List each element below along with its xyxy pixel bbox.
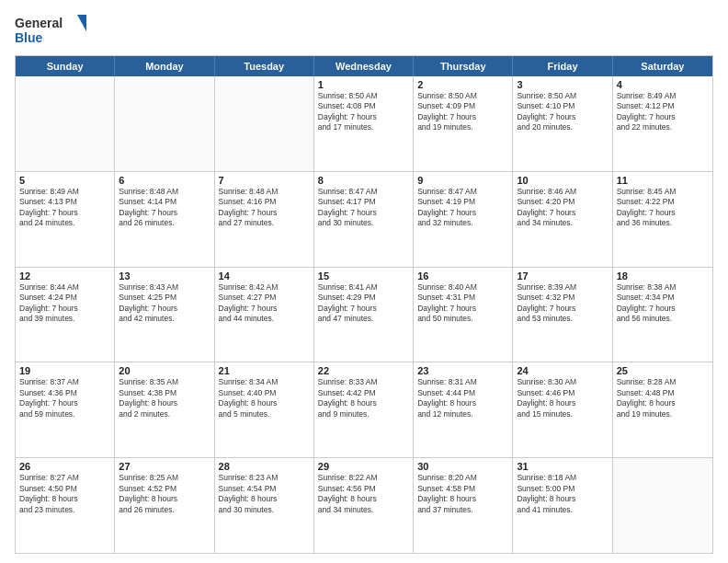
logo: General Blue bbox=[15, 11, 88, 48]
day-details: Sunrise: 8:46 AMSunset: 4:20 PMDaylight:… bbox=[517, 187, 608, 229]
day-number: 28 bbox=[219, 461, 310, 472]
day-number: 15 bbox=[318, 270, 409, 282]
day-number: 19 bbox=[19, 365, 110, 376]
day-number: 3 bbox=[517, 79, 608, 90]
calendar-cell: 4Sunrise: 8:49 AMSunset: 4:12 PMDaylight… bbox=[613, 76, 712, 171]
day-number: 2 bbox=[417, 79, 508, 90]
calendar-cell: 13Sunrise: 8:43 AMSunset: 4:25 PMDayligh… bbox=[115, 268, 214, 362]
calendar-row-3: 12Sunrise: 8:44 AMSunset: 4:24 PMDayligh… bbox=[16, 268, 712, 363]
day-details: Sunrise: 8:50 AMSunset: 4:08 PMDaylight:… bbox=[318, 91, 409, 133]
calendar-row-5: 26Sunrise: 8:27 AMSunset: 4:50 PMDayligh… bbox=[16, 458, 712, 553]
day-number: 18 bbox=[617, 270, 709, 282]
calendar-cell: 21Sunrise: 8:34 AMSunset: 4:40 PMDayligh… bbox=[215, 362, 314, 457]
day-details: Sunrise: 8:37 AMSunset: 4:36 PMDaylight:… bbox=[19, 377, 110, 419]
day-number: 22 bbox=[318, 365, 409, 376]
day-number: 5 bbox=[19, 175, 110, 186]
day-of-week-tuesday: Tuesday bbox=[215, 56, 314, 76]
calendar-cell: 26Sunrise: 8:27 AMSunset: 4:50 PMDayligh… bbox=[16, 458, 115, 553]
calendar-row-4: 19Sunrise: 8:37 AMSunset: 4:36 PMDayligh… bbox=[16, 362, 712, 458]
day-details: Sunrise: 8:42 AMSunset: 4:27 PMDaylight:… bbox=[219, 282, 310, 325]
calendar-cell: 22Sunrise: 8:33 AMSunset: 4:42 PMDayligh… bbox=[314, 362, 414, 457]
calendar-cell: 5Sunrise: 8:49 AMSunset: 4:13 PMDaylight… bbox=[16, 172, 115, 267]
calendar-cell: 1Sunrise: 8:50 AMSunset: 4:08 PMDaylight… bbox=[314, 76, 414, 171]
day-number: 4 bbox=[617, 79, 709, 90]
calendar-cell: 25Sunrise: 8:28 AMSunset: 4:48 PMDayligh… bbox=[613, 362, 712, 457]
calendar-cell: 10Sunrise: 8:46 AMSunset: 4:20 PMDayligh… bbox=[513, 172, 612, 267]
calendar-cell: 24Sunrise: 8:30 AMSunset: 4:46 PMDayligh… bbox=[513, 362, 612, 457]
day-details: Sunrise: 8:47 AMSunset: 4:17 PMDaylight:… bbox=[318, 187, 409, 229]
calendar-cell: 30Sunrise: 8:20 AMSunset: 4:58 PMDayligh… bbox=[414, 458, 513, 553]
day-details: Sunrise: 8:23 AMSunset: 4:54 PMDaylight:… bbox=[219, 473, 310, 515]
calendar-row-1: 1Sunrise: 8:50 AMSunset: 4:08 PMDaylight… bbox=[16, 76, 712, 172]
day-number: 29 bbox=[318, 461, 409, 472]
calendar-cell bbox=[215, 76, 314, 171]
calendar-cell: 7Sunrise: 8:48 AMSunset: 4:16 PMDaylight… bbox=[215, 172, 314, 267]
day-details: Sunrise: 8:38 AMSunset: 4:34 PMDaylight:… bbox=[617, 282, 709, 325]
calendar-cell: 16Sunrise: 8:40 AMSunset: 4:31 PMDayligh… bbox=[414, 268, 513, 362]
day-of-week-thursday: Thursday bbox=[414, 56, 513, 76]
day-number: 20 bbox=[119, 365, 210, 376]
day-details: Sunrise: 8:50 AMSunset: 4:09 PMDaylight:… bbox=[417, 91, 508, 133]
calendar-cell: 8Sunrise: 8:47 AMSunset: 4:17 PMDaylight… bbox=[314, 172, 414, 267]
day-details: Sunrise: 8:44 AMSunset: 4:24 PMDaylight:… bbox=[19, 282, 110, 325]
day-number: 24 bbox=[517, 365, 608, 376]
day-details: Sunrise: 8:39 AMSunset: 4:32 PMDaylight:… bbox=[517, 282, 608, 325]
calendar-cell: 14Sunrise: 8:42 AMSunset: 4:27 PMDayligh… bbox=[215, 268, 314, 362]
svg-text:Blue: Blue bbox=[15, 30, 43, 45]
day-details: Sunrise: 8:35 AMSunset: 4:38 PMDaylight:… bbox=[119, 377, 210, 419]
svg-text:General: General bbox=[15, 16, 63, 30]
day-details: Sunrise: 8:41 AMSunset: 4:29 PMDaylight:… bbox=[318, 282, 409, 325]
day-details: Sunrise: 8:49 AMSunset: 4:12 PMDaylight:… bbox=[617, 91, 709, 133]
day-details: Sunrise: 8:30 AMSunset: 4:46 PMDaylight:… bbox=[517, 377, 608, 419]
day-details: Sunrise: 8:47 AMSunset: 4:19 PMDaylight:… bbox=[417, 187, 508, 229]
day-details: Sunrise: 8:34 AMSunset: 4:40 PMDaylight:… bbox=[219, 377, 310, 419]
calendar-cell: 17Sunrise: 8:39 AMSunset: 4:32 PMDayligh… bbox=[513, 268, 612, 362]
day-number: 8 bbox=[318, 175, 409, 186]
day-number: 31 bbox=[517, 461, 608, 472]
svg-marker-2 bbox=[77, 15, 86, 31]
day-number: 9 bbox=[417, 175, 508, 186]
day-details: Sunrise: 8:25 AMSunset: 4:52 PMDaylight:… bbox=[119, 473, 210, 515]
day-number: 25 bbox=[617, 365, 709, 376]
calendar: SundayMondayTuesdayWednesdayThursdayFrid… bbox=[15, 55, 713, 554]
day-number: 10 bbox=[517, 175, 608, 186]
day-number: 23 bbox=[417, 365, 508, 376]
day-number: 6 bbox=[119, 175, 210, 186]
day-details: Sunrise: 8:33 AMSunset: 4:42 PMDaylight:… bbox=[318, 377, 409, 419]
calendar-header: SundayMondayTuesdayWednesdayThursdayFrid… bbox=[16, 56, 712, 76]
day-of-week-sunday: Sunday bbox=[16, 56, 115, 76]
day-of-week-wednesday: Wednesday bbox=[314, 56, 414, 76]
calendar-cell: 28Sunrise: 8:23 AMSunset: 4:54 PMDayligh… bbox=[215, 458, 314, 553]
day-of-week-friday: Friday bbox=[513, 56, 612, 76]
day-details: Sunrise: 8:28 AMSunset: 4:48 PMDaylight:… bbox=[617, 377, 709, 419]
day-number: 17 bbox=[517, 270, 608, 282]
page-container: General Blue SundayMondayTuesdayWednesda… bbox=[0, 0, 728, 563]
day-details: Sunrise: 8:22 AMSunset: 4:56 PMDaylight:… bbox=[318, 473, 409, 515]
calendar-cell: 11Sunrise: 8:45 AMSunset: 4:22 PMDayligh… bbox=[613, 172, 712, 267]
calendar-cell bbox=[115, 76, 214, 171]
day-details: Sunrise: 8:48 AMSunset: 4:14 PMDaylight:… bbox=[119, 187, 210, 229]
day-details: Sunrise: 8:31 AMSunset: 4:44 PMDaylight:… bbox=[417, 377, 508, 419]
day-number: 26 bbox=[19, 461, 110, 472]
day-number: 1 bbox=[318, 79, 409, 90]
logo-svg: General Blue bbox=[15, 11, 88, 48]
day-details: Sunrise: 8:20 AMSunset: 4:58 PMDaylight:… bbox=[417, 473, 508, 515]
calendar-cell: 23Sunrise: 8:31 AMSunset: 4:44 PMDayligh… bbox=[414, 362, 513, 457]
day-details: Sunrise: 8:45 AMSunset: 4:22 PMDaylight:… bbox=[617, 187, 709, 229]
day-number: 16 bbox=[417, 270, 508, 282]
logo-text: General Blue bbox=[15, 11, 88, 48]
day-details: Sunrise: 8:40 AMSunset: 4:31 PMDaylight:… bbox=[417, 282, 508, 325]
calendar-cell: 12Sunrise: 8:44 AMSunset: 4:24 PMDayligh… bbox=[16, 268, 115, 362]
day-number: 7 bbox=[219, 175, 310, 186]
calendar-cell bbox=[613, 458, 712, 553]
day-details: Sunrise: 8:50 AMSunset: 4:10 PMDaylight:… bbox=[517, 91, 608, 133]
day-number: 11 bbox=[617, 175, 709, 186]
day-number: 27 bbox=[119, 461, 210, 472]
day-number: 21 bbox=[219, 365, 310, 376]
day-number: 13 bbox=[119, 270, 210, 282]
day-details: Sunrise: 8:18 AMSunset: 5:00 PMDaylight:… bbox=[517, 473, 608, 515]
calendar-cell: 31Sunrise: 8:18 AMSunset: 5:00 PMDayligh… bbox=[513, 458, 612, 553]
calendar-cell: 20Sunrise: 8:35 AMSunset: 4:38 PMDayligh… bbox=[115, 362, 214, 457]
day-number: 30 bbox=[417, 461, 508, 472]
calendar-cell: 2Sunrise: 8:50 AMSunset: 4:09 PMDaylight… bbox=[414, 76, 513, 171]
